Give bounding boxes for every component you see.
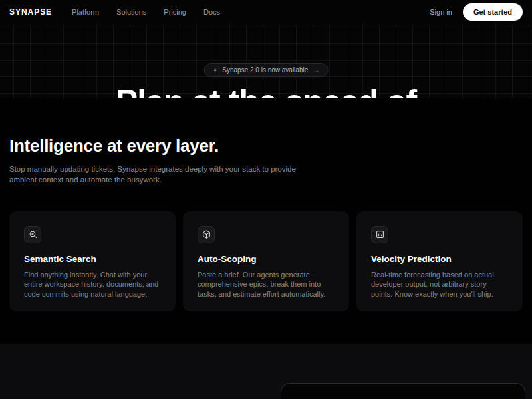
- feature-card-semantic-search: Semantic Search Find anything instantly.…: [9, 211, 176, 311]
- get-started-button[interactable]: Get started: [463, 3, 523, 21]
- feature-card-title: Semantic Search: [24, 254, 161, 264]
- landing-page: SYNAPSE Platform Solutions Pricing Docs …: [0, 0, 532, 399]
- sparkle-icon: ✦: [213, 67, 218, 74]
- announcement-text: Synapse 2.0 is now available: [222, 66, 308, 74]
- features-section: Intelligence at every layer. Stop manual…: [0, 98, 532, 344]
- nav-link-pricing[interactable]: Pricing: [164, 8, 186, 16]
- feature-card-auto-scoping: Auto-Scoping Paste a brief. Our agents g…: [183, 211, 349, 311]
- feature-card-title: Auto-Scoping: [198, 254, 334, 264]
- nav-links: Platform Solutions Pricing Docs: [72, 8, 220, 16]
- feature-cards-row: Semantic Search Find anything instantly.…: [9, 211, 523, 311]
- box-icon: [198, 226, 215, 243]
- brand-logo[interactable]: SYNAPSE: [9, 7, 52, 17]
- top-nav: SYNAPSE Platform Solutions Pricing Docs …: [0, 0, 532, 24]
- nav-actions: Sign in Get started: [430, 3, 523, 21]
- demo-panel: [281, 383, 525, 399]
- features-subheading: Stop manually updating tickets. Synapse …: [9, 164, 302, 186]
- feature-card-velocity-prediction: Velocity Prediction Real-time forecastin…: [356, 211, 523, 311]
- zoom-in-search-icon: [24, 226, 41, 243]
- hero-heading: Plan at the speed of thought.: [100, 82, 432, 98]
- feature-card-body: Find anything instantly. Chat with your …: [24, 270, 161, 299]
- features-heading: Intelligence at every layer.: [9, 136, 523, 156]
- feature-card-body: Real-time forecasting based on actual de…: [371, 270, 508, 299]
- arrow-right-icon: →: [313, 66, 319, 74]
- nav-link-docs[interactable]: Docs: [203, 8, 220, 16]
- feature-card-title: Velocity Prediction: [371, 254, 508, 264]
- bar-chart-square-icon: [371, 226, 388, 243]
- announcement-badge[interactable]: ✦ Synapse 2.0 is now available →: [204, 63, 329, 77]
- feature-card-body: Paste a brief. Our agents generate compr…: [198, 270, 334, 299]
- sign-in-link[interactable]: Sign in: [430, 8, 452, 16]
- bottom-section: [0, 344, 532, 399]
- nav-link-platform[interactable]: Platform: [72, 8, 99, 16]
- nav-link-solutions[interactable]: Solutions: [116, 8, 146, 16]
- hero-section: ✦ Synapse 2.0 is now available → Plan at…: [0, 24, 532, 98]
